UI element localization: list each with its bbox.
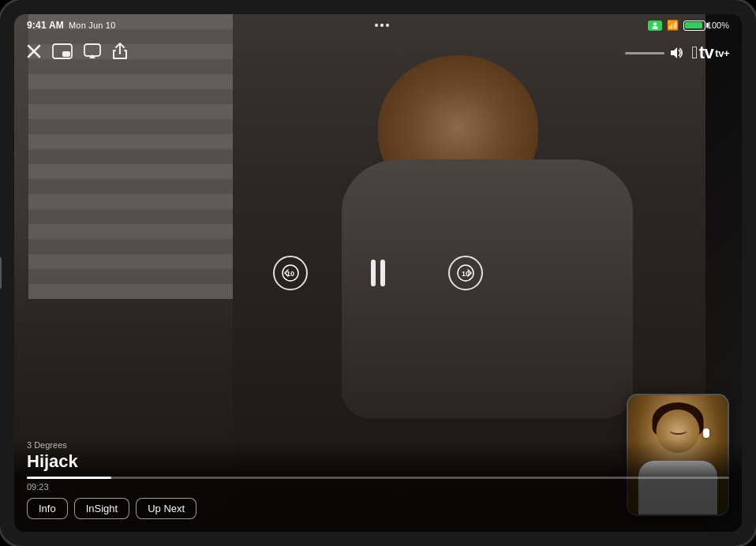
battery-percent: 100% — [707, 21, 729, 30]
tv-text: tv — [699, 43, 714, 63]
progress-fill — [27, 477, 111, 479]
rewind-button[interactable]: 10 — [273, 256, 308, 290]
svg-point-0 — [653, 23, 657, 26]
show-subtitle: 3 Degrees — [27, 440, 729, 450]
status-bar: 9:41 AM Mon Jun 10 📶 — [14, 14, 742, 36]
status-right: 📶 100% — [648, 20, 729, 31]
top-right-controls:  tv tv+ — [625, 43, 729, 63]
svg-point-1 — [652, 26, 657, 29]
progress-time: 09:23 — [27, 482, 729, 492]
volume-line — [625, 52, 664, 54]
screen: 9:41 AM Mon Jun 10 📶 — [14, 14, 742, 532]
apple-icon:  — [691, 43, 698, 63]
dot3 — [386, 24, 389, 27]
show-title: Hijack — [27, 451, 729, 472]
plus-text: tv+ — [715, 47, 729, 59]
wifi-icon: 📶 — [667, 20, 679, 31]
info-button[interactable]: Info — [27, 498, 68, 519]
insight-button[interactable]: InSight — [74, 498, 129, 519]
ipad-frame: 9:41 AM Mon Jun 10 📶 — [0, 0, 756, 546]
pause-button[interactable] — [371, 260, 385, 286]
pause-bar-right — [380, 260, 385, 286]
volume-control[interactable] — [625, 46, 683, 60]
center-controls: 10 10 — [273, 256, 483, 290]
apple-tv-logo:  tv tv+ — [691, 43, 729, 63]
battery-fill — [685, 22, 702, 28]
dot1 — [375, 24, 378, 27]
svg-rect-6 — [84, 44, 100, 56]
status-time: 9:41 AM — [27, 20, 64, 31]
close-button[interactable] — [27, 44, 41, 58]
share-button[interactable] — [112, 43, 128, 60]
up-next-button[interactable]: Up Next — [136, 498, 196, 519]
pause-bar-left — [371, 260, 376, 286]
battery-bar — [683, 21, 705, 31]
pip-button[interactable] — [52, 43, 73, 59]
person-icon — [648, 21, 662, 31]
battery-indicator: 100% — [683, 21, 729, 31]
side-handle — [0, 257, 2, 289]
bottom-buttons: Info InSight Up Next — [27, 498, 729, 519]
forward-button[interactable]: 10 — [448, 256, 483, 290]
player-controls:  tv tv+ 10 — [14, 14, 742, 532]
svg-rect-5 — [62, 51, 70, 57]
progress-bar[interactable] — [27, 477, 729, 479]
status-date: Mon Jun 10 — [69, 21, 115, 30]
airplay-button[interactable] — [84, 43, 101, 59]
bottom-overlay: 3 Degrees Hijack 09:23 Info InSight Up N… — [14, 440, 742, 532]
top-left-controls — [27, 43, 128, 60]
status-dots — [375, 24, 389, 27]
show-info: 3 Degrees Hijack — [27, 440, 729, 472]
dot2 — [380, 24, 384, 27]
